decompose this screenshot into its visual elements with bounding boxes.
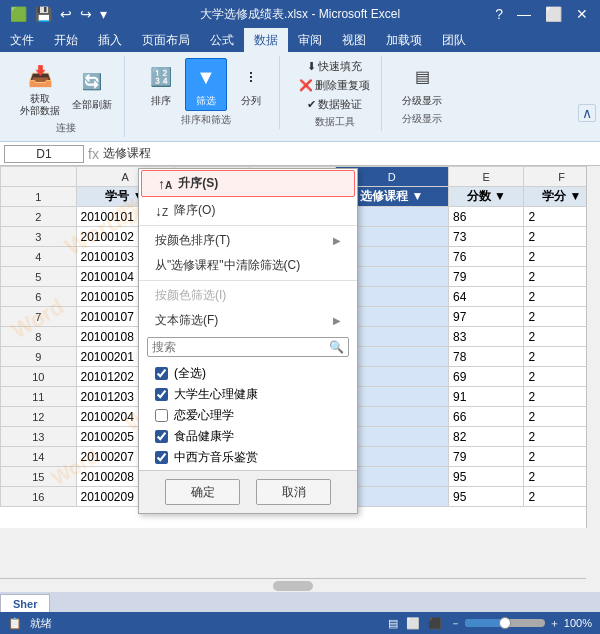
ribbon-collapse-button[interactable]: ∧ <box>578 104 596 122</box>
check-lian-checkbox[interactable] <box>155 409 168 422</box>
check-yinyue-item[interactable]: 中西方音乐鉴赏 <box>139 447 357 468</box>
formula-bar: fx <box>0 142 600 166</box>
text-to-columns-icon: ⫶ <box>235 61 267 93</box>
tab-formulas[interactable]: 公式 <box>200 28 244 52</box>
tab-file[interactable]: 文件 <box>0 28 44 52</box>
filter-icon: ▼ <box>190 61 222 93</box>
zoom-slider[interactable] <box>465 619 545 627</box>
check-xinli-item[interactable]: 大学生心理健康 <box>139 384 357 405</box>
filter-search-input[interactable] <box>152 340 329 354</box>
ribbon-group-sort-filter: 🔢 排序 ▼ 筛选 ⫶ 分列 排序和筛选 <box>133 56 280 129</box>
ribbon-group-data-tools: ⬇ 快速填充 ❌ 删除重复项 ✔ 数据验证 数据工具 <box>288 56 382 131</box>
clear-filter-item[interactable]: 从"选修课程"中清除筛选(C) <box>139 253 357 278</box>
col-header-E[interactable]: E <box>448 167 524 187</box>
check-all-item[interactable]: (全选) <box>139 363 357 384</box>
horizontal-scrollbar[interactable] <box>0 578 586 592</box>
tab-pagelayout[interactable]: 页面布局 <box>132 28 200 52</box>
filter-button[interactable]: ▼ 筛选 <box>185 58 227 111</box>
vertical-scrollbar[interactable] <box>586 166 600 528</box>
save-icon[interactable]: 💾 <box>33 6 54 22</box>
sort-button[interactable]: 🔢 排序 <box>141 59 181 110</box>
maximize-button[interactable]: ⬜ <box>541 6 566 22</box>
formula-input[interactable] <box>103 147 596 161</box>
sort-desc-icon: ↓Z <box>155 203 168 219</box>
window-title: 大学选修成绩表.xlsx - Microsoft Excel <box>109 6 491 23</box>
status-right: ▤ ⬜ ⬛ － ＋ 100% <box>388 616 592 631</box>
sort-descending-label: 降序(O) <box>174 202 215 219</box>
tab-review[interactable]: 审阅 <box>288 28 332 52</box>
status-left: 📋 就绪 <box>8 616 52 631</box>
zoom-thumb[interactable] <box>499 617 511 629</box>
tab-data[interactable]: 数据 <box>244 28 288 52</box>
zoom-plus-icon[interactable]: ＋ <box>549 616 560 631</box>
check-all-checkbox[interactable] <box>155 367 168 380</box>
cancel-button[interactable]: 取消 <box>256 479 331 505</box>
refresh-all-button[interactable]: 🔄 全部刷新 <box>68 63 116 114</box>
filter-checklist: (全选) 大学生心理健康 恋爱心理学 食品健康学 中西方音乐鉴赏 <box>139 361 357 470</box>
tab-insert[interactable]: 插入 <box>88 28 132 52</box>
text-filter-label: 文本筛选(F) <box>155 312 218 329</box>
status-text: 就绪 <box>30 616 52 631</box>
filter-by-color-label: 按颜色筛选(I) <box>155 287 226 304</box>
undo-icon[interactable]: ↩ <box>58 6 74 22</box>
filter-by-color-item: 按颜色筛选(I) <box>139 283 357 308</box>
sheet-tab-sher[interactable]: Sher <box>0 594 50 612</box>
flash-fill-button[interactable]: ⬇ 快速填充 <box>304 58 365 75</box>
quick-access-toolbar: 🟩 💾 ↩ ↪ ▾ <box>8 6 109 22</box>
ribbon-group-connection: 📥 获取外部数据 🔄 全部刷新 连接 <box>8 56 125 137</box>
sort-asc-icon: ↑A <box>158 176 172 192</box>
zoom-control: － ＋ 100% <box>450 616 592 631</box>
check-lian-item[interactable]: 恋爱心理学 <box>139 405 357 426</box>
sort-icon: 🔢 <box>145 61 177 93</box>
check-lian-label: 恋爱心理学 <box>174 407 234 424</box>
confirm-button[interactable]: 确定 <box>165 479 240 505</box>
menu-sep-1 <box>139 225 357 226</box>
sort-ascending-label: 升序(S) <box>178 175 218 192</box>
dropdown-qat-icon[interactable]: ▾ <box>98 6 109 22</box>
filter-search-box: 🔍 <box>147 337 349 357</box>
sort-descending-item[interactable]: ↓Z 降序(O) <box>139 198 357 223</box>
name-box[interactable] <box>4 145 84 163</box>
minimize-button[interactable]: — <box>513 6 535 22</box>
sort-filter-group-label: 排序和筛选 <box>181 111 231 127</box>
check-xinli-checkbox[interactable] <box>155 388 168 401</box>
ribbon-tabs: 文件 开始 插入 页面布局 公式 数据 审阅 视图 加载项 团队 <box>0 28 600 52</box>
text-filter-item[interactable]: 文本筛选(F) ▶ <box>139 308 357 333</box>
get-external-data-icon: 📥 <box>24 60 56 92</box>
view-normal-icon[interactable]: ▤ <box>388 617 398 630</box>
status-icon: 📋 <box>8 617 22 630</box>
close-button[interactable]: ✕ <box>572 6 592 22</box>
h-scroll-thumb[interactable] <box>273 581 313 591</box>
help-button[interactable]: ? <box>491 6 507 22</box>
tab-home[interactable]: 开始 <box>44 28 88 52</box>
check-shijian-label: 食品健康学 <box>174 428 234 445</box>
check-shijian-item[interactable]: 食品健康学 <box>139 426 357 447</box>
data-validation-button[interactable]: ✔ 数据验证 <box>304 96 365 113</box>
submenu-arrow-icon: ▶ <box>333 235 341 246</box>
check-shijian-checkbox[interactable] <box>155 430 168 443</box>
refresh-icon: 🔄 <box>76 65 108 97</box>
search-icon: 🔍 <box>329 340 344 354</box>
view-layout-icon[interactable]: ⬜ <box>406 617 420 630</box>
outline-button[interactable]: ▤ 分级显示 <box>398 59 446 110</box>
check-xinli-label: 大学生心理健康 <box>174 386 258 403</box>
sort-ascending-item[interactable]: ↑A 升序(S) <box>141 170 355 197</box>
text-filter-arrow-icon: ▶ <box>333 315 341 326</box>
get-external-data-button[interactable]: 📥 获取外部数据 <box>16 58 64 119</box>
window-controls: ? — ⬜ ✕ <box>491 6 592 22</box>
check-yinyue-checkbox[interactable] <box>155 451 168 464</box>
clear-filter-label: 从"选修课程"中清除筛选(C) <box>155 257 300 274</box>
sort-color-label: 按颜色排序(T) <box>155 232 230 249</box>
connection-group-label: 连接 <box>56 119 76 135</box>
remove-duplicates-button[interactable]: ❌ 删除重复项 <box>296 77 373 94</box>
sort-by-color-item[interactable]: 按颜色排序(T) ▶ <box>139 228 357 253</box>
tab-view[interactable]: 视图 <box>332 28 376 52</box>
header-fenshu[interactable]: 分数 ▼ <box>448 187 524 207</box>
corner-cell <box>1 167 77 187</box>
redo-icon[interactable]: ↪ <box>78 6 94 22</box>
tab-addins[interactable]: 加载项 <box>376 28 432 52</box>
view-page-icon[interactable]: ⬛ <box>428 617 442 630</box>
zoom-minus-icon[interactable]: － <box>450 616 461 631</box>
tab-team[interactable]: 团队 <box>432 28 476 52</box>
text-to-columns-button[interactable]: ⫶ 分列 <box>231 59 271 110</box>
